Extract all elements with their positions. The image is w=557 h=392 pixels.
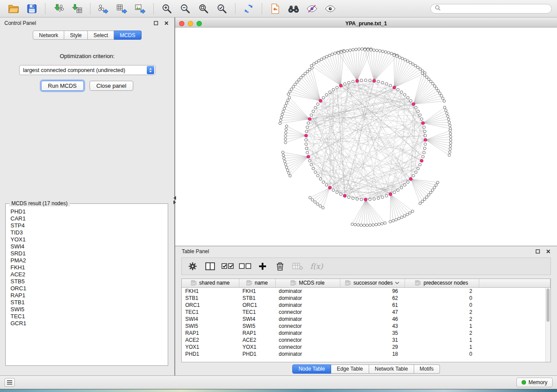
- optimization-criterion-label: Optimization criterion:: [0, 53, 174, 59]
- node-table: shared namenameMCDS rolesuccessor nodesp…: [182, 279, 550, 358]
- network-canvas[interactable]: [175, 28, 557, 246]
- column-header-shared-name[interactable]: shared name: [182, 279, 239, 287]
- zoom-in-icon[interactable]: [159, 2, 175, 16]
- control-tab-select[interactable]: Select: [88, 31, 114, 40]
- table-tab-network-table[interactable]: Network Table: [369, 364, 414, 374]
- control-tab-network[interactable]: Network: [33, 31, 64, 40]
- result-node-yox1[interactable]: YOX1: [7, 236, 167, 243]
- result-node-srd1[interactable]: SRD1: [7, 250, 167, 257]
- import-network-icon[interactable]: [50, 2, 67, 16]
- table-cell: 1: [405, 344, 479, 351]
- table-scrollbar-thumb[interactable]: [547, 289, 550, 322]
- refresh-icon[interactable]: [240, 2, 257, 16]
- table-cell: STB1: [182, 295, 239, 302]
- import-table-icon[interactable]: [69, 2, 85, 16]
- table-tab-node-table[interactable]: Node Table: [292, 364, 331, 374]
- optimization-criterion-select[interactable]: largest connected component (undirected): [19, 65, 156, 75]
- table-row[interactable]: RAP1RAP1dominator352: [182, 330, 550, 337]
- result-node-stb1[interactable]: STB1: [7, 299, 167, 306]
- table-row[interactable]: STB1STB1dominator620: [182, 295, 550, 302]
- table-row[interactable]: SWI5SWI5connector431: [182, 323, 550, 330]
- table-tab-edge-table[interactable]: Edge Table: [331, 364, 369, 374]
- result-node-tid3[interactable]: TID3: [7, 229, 167, 236]
- result-node-car1[interactable]: CAR1: [7, 215, 167, 222]
- control-tab-mcds[interactable]: MCDS: [114, 31, 141, 40]
- table-tab-motifs[interactable]: Motifs: [414, 364, 440, 374]
- zoom-fit-icon[interactable]: [195, 2, 212, 16]
- result-node-stb5[interactable]: STB5: [7, 278, 167, 285]
- table-row[interactable]: TEC1TEC1connector472: [182, 309, 550, 316]
- delete-row-icon[interactable]: [273, 259, 287, 273]
- close-panel-icon[interactable]: [163, 20, 170, 27]
- toolbar-separator: [235, 3, 235, 14]
- select-all-icon[interactable]: [220, 259, 235, 273]
- result-node-gcr1[interactable]: GCR1: [7, 320, 167, 327]
- table-cell: RAP1: [239, 330, 275, 337]
- column-header-name[interactable]: name: [239, 279, 275, 287]
- export-table-icon[interactable]: [114, 2, 130, 16]
- zoom-out-icon[interactable]: [177, 2, 194, 16]
- result-node-swi4[interactable]: SWI4: [7, 243, 167, 250]
- panel-splitter[interactable]: [173, 196, 176, 206]
- search-input[interactable]: [443, 6, 547, 12]
- eye-icon[interactable]: [322, 2, 339, 16]
- table-cell: 47: [340, 309, 405, 316]
- memory-button[interactable]: Memory: [516, 378, 553, 387]
- memory-status-icon: [522, 380, 526, 385]
- search-box[interactable]: [430, 4, 552, 14]
- float-panel-icon[interactable]: [152, 20, 159, 27]
- export-network-icon[interactable]: [95, 2, 112, 16]
- export-image-icon[interactable]: [132, 2, 149, 16]
- table-row[interactable]: FKH1FKH1dominator962: [182, 287, 550, 295]
- table-cell: RAP1: [182, 330, 239, 337]
- zoom-selected-icon[interactable]: [214, 2, 230, 16]
- result-node-ace2[interactable]: ACE2: [7, 271, 167, 278]
- result-node-rap1[interactable]: RAP1: [7, 292, 167, 299]
- deselect-all-icon[interactable]: [238, 259, 253, 273]
- control-tab-style[interactable]: Style: [64, 31, 88, 40]
- close-table-panel-icon[interactable]: [545, 248, 552, 255]
- table-cell: 61: [340, 302, 405, 309]
- result-node-swi5[interactable]: SWI5: [7, 306, 167, 313]
- float-table-panel-icon[interactable]: [534, 248, 541, 255]
- add-row-icon[interactable]: [255, 259, 270, 273]
- network-view[interactable]: [175, 28, 557, 246]
- columns-icon[interactable]: [203, 259, 218, 273]
- table-scrollbar[interactable]: [545, 288, 550, 362]
- menu-icon[interactable]: [4, 378, 15, 387]
- table-row[interactable]: ACE2ACE2connector311: [182, 337, 550, 344]
- save-session-icon[interactable]: [24, 2, 40, 16]
- result-node-pma2[interactable]: PMA2: [7, 257, 167, 264]
- toolbar-items: [5, 2, 339, 16]
- open-session-icon[interactable]: [5, 2, 22, 16]
- column-header-predecessor-nodes[interactable]: predecessor nodes: [405, 279, 479, 287]
- result-node-fkh1[interactable]: FKH1: [7, 264, 167, 271]
- table-cell: YOX1: [239, 344, 275, 351]
- result-node-orc1[interactable]: ORC1: [7, 285, 167, 292]
- table-toolbar-items: f(x): [181, 258, 551, 275]
- table-cell-filler: [479, 330, 550, 337]
- settings-icon[interactable]: [185, 259, 200, 273]
- table-panel-title: Table Panel: [182, 248, 531, 254]
- table-row[interactable]: YOX1YOX1connector291: [182, 344, 550, 351]
- table-cell: 31: [340, 337, 405, 344]
- network-title: YPA_prune.txt_1: [175, 21, 557, 27]
- table-cell: dominator: [275, 316, 340, 323]
- table-cell: dominator: [275, 295, 340, 302]
- run-mcds-button[interactable]: Run MCDS: [41, 81, 84, 91]
- table-cell: 1: [405, 323, 479, 330]
- close-panel-button[interactable]: Close panel: [90, 81, 134, 91]
- find-icon[interactable]: [285, 2, 302, 16]
- table-row[interactable]: PHD1PHD1dominator180: [182, 351, 550, 358]
- table-row[interactable]: SWI4SWI4dominator462: [182, 316, 550, 323]
- table-row[interactable]: ORC1ORC1dominator610: [182, 302, 550, 309]
- export-document-icon[interactable]: [267, 2, 284, 16]
- result-node-tec1[interactable]: TEC1: [7, 313, 167, 320]
- eye-slash-icon[interactable]: [304, 2, 320, 16]
- column-header-successor-nodes[interactable]: successor nodes: [340, 279, 405, 287]
- right-area: YPA_prune.txt_1 Table Panel: [175, 17, 557, 375]
- column-header-mcds-role[interactable]: MCDS role: [275, 279, 340, 287]
- result-node-stp4[interactable]: STP4: [7, 222, 167, 229]
- table-cell: STB1: [239, 295, 275, 302]
- result-node-phd1[interactable]: PHD1: [7, 208, 167, 215]
